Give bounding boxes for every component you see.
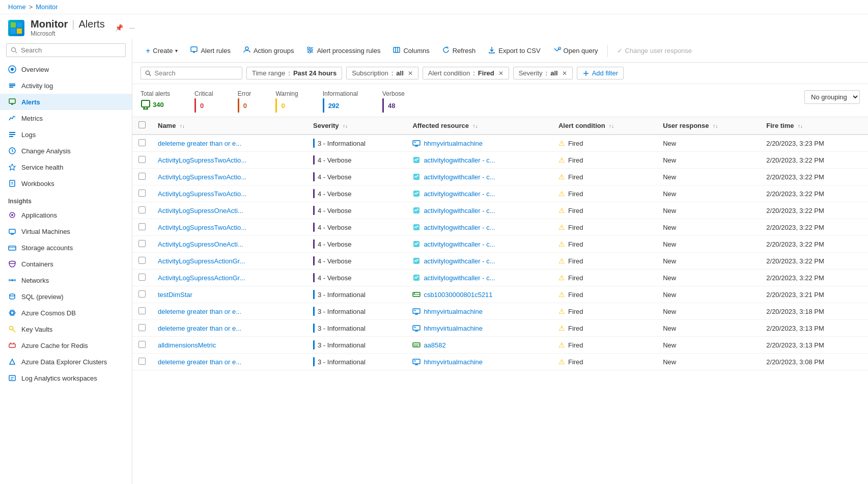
sidebar-nav-item-cosmos-db[interactable]: Azure Cosmos DB (0, 305, 132, 321)
row-checkbox-cell[interactable] (132, 135, 152, 152)
sidebar-nav-item-alerts[interactable]: Alerts (0, 94, 132, 110)
sidebar-nav-item-storage-accounts[interactable]: Storage accounts (0, 239, 132, 256)
refresh-button[interactable]: Refresh (437, 43, 481, 58)
resource-link[interactable]: activitylogwithcaller - c... (424, 173, 495, 181)
user-response-column-header[interactable]: User response ↑↓ (657, 117, 760, 135)
alert-condition-filter[interactable]: Alert condition : Fired ✕ (423, 67, 509, 79)
sidebar-nav-item-containers[interactable]: Containers (0, 256, 132, 272)
row-checkbox-cell[interactable] (132, 219, 152, 236)
alert-name-link[interactable]: ActivityLogSupressTwoActio... (158, 224, 246, 231)
alert-name-link[interactable]: ActivityLogSupressOneActi... (158, 207, 243, 214)
alert-name-link[interactable]: ActivityLogSupressTwoActio... (158, 190, 246, 198)
affected-resource-column-header[interactable]: Affected resource ↑↓ (406, 117, 552, 135)
alert-name-link[interactable]: ActivityLogSupressActionGr... (158, 274, 245, 282)
resource-link[interactable]: hhmyvirtualmachine (424, 308, 483, 315)
sidebar-nav-item-workbooks[interactable]: Workbooks (0, 175, 132, 192)
alert-name-link[interactable]: deleteme greater than or e... (158, 308, 241, 315)
add-filter-button[interactable]: Add filter (577, 67, 624, 79)
sidebar-nav-item-sql[interactable]: SQL (preview) (0, 288, 132, 305)
resource-link[interactable]: activitylogwithcaller - c... (424, 240, 495, 248)
name-column-header[interactable]: Name ↑↓ (152, 117, 307, 135)
resource-link[interactable]: activitylogwithcaller - c... (424, 156, 495, 164)
row-checkbox[interactable] (138, 206, 146, 213)
subscription-filter[interactable]: Subscription : all ✕ (346, 67, 418, 79)
row-checkbox[interactable] (138, 341, 146, 348)
sidebar-nav-item-log-analytics[interactable]: Log Analytics workspaces (0, 370, 132, 386)
row-checkbox-cell[interactable] (132, 169, 152, 185)
export-csv-button[interactable]: Export to CSV (483, 43, 545, 58)
row-checkbox-cell[interactable] (132, 286, 152, 303)
row-checkbox[interactable] (138, 223, 146, 230)
resource-link[interactable]: activitylogwithcaller - c... (424, 274, 495, 282)
alert-name-link[interactable]: alldimensionsMetric (158, 341, 216, 349)
action-groups-button[interactable]: Action groups (238, 43, 299, 58)
row-checkbox[interactable] (138, 324, 146, 331)
alert-condition-close-icon[interactable]: ✕ (498, 70, 503, 77)
row-checkbox-cell[interactable] (132, 236, 152, 253)
alert-name-link[interactable]: deleteme greater than or e... (158, 325, 241, 332)
row-checkbox-cell[interactable] (132, 354, 152, 370)
create-button[interactable]: + Create ▾ (141, 44, 183, 58)
row-checkbox-cell[interactable] (132, 337, 152, 354)
resource-link[interactable]: activitylogwithcaller - c... (424, 207, 495, 214)
sidebar-search-input[interactable] (6, 43, 126, 57)
sidebar-nav-item-service-health[interactable]: Service health (0, 159, 132, 175)
severity-column-header[interactable]: Severity ↑↓ (307, 117, 406, 135)
sidebar-nav-item-activity-log[interactable]: Activity log (0, 77, 132, 94)
row-checkbox[interactable] (138, 307, 146, 314)
affected-resource-sort-icon[interactable]: ↑↓ (473, 123, 478, 129)
pin-icon[interactable]: 📌 (115, 24, 123, 32)
row-checkbox[interactable] (138, 139, 146, 146)
row-checkbox-cell[interactable] (132, 270, 152, 286)
change-user-response-button[interactable]: ✓ Change user response (612, 44, 697, 57)
user-response-sort-icon[interactable]: ↑↓ (713, 123, 718, 129)
more-icon[interactable]: ··· (129, 24, 135, 32)
row-checkbox[interactable] (138, 274, 146, 281)
row-checkbox[interactable] (138, 240, 146, 247)
fire-time-sort-icon[interactable]: ↑↓ (798, 123, 803, 129)
resource-link[interactable]: csb10030000801c5211 (424, 291, 492, 299)
sidebar-nav-item-metrics[interactable]: Metrics (0, 110, 132, 126)
sidebar-nav-item-networks[interactable]: Networks (0, 272, 132, 288)
row-checkbox-cell[interactable] (132, 185, 152, 202)
alert-name-link[interactable]: deleteme greater than or e... (158, 358, 241, 366)
columns-button[interactable]: Columns (387, 43, 434, 58)
breadcrumb-monitor[interactable]: Monitor (36, 3, 58, 11)
select-all-checkbox[interactable] (138, 121, 146, 128)
fire-time-column-header[interactable]: Fire time ↑↓ (760, 117, 868, 135)
severity-filter[interactable]: Severity : all ✕ (513, 67, 573, 79)
sidebar-nav-item-applications[interactable]: Applications (0, 207, 132, 223)
resource-link[interactable]: hhmyvirtualmachine (424, 358, 483, 366)
row-checkbox-cell[interactable] (132, 253, 152, 270)
resource-link[interactable]: aa8582 (424, 341, 445, 349)
row-checkbox[interactable] (138, 290, 146, 298)
resource-link[interactable]: hhmyvirtualmachine (424, 140, 483, 147)
alert-name-link[interactable]: deleteme greater than or e... (158, 140, 241, 147)
grouping-select[interactable]: No grouping (804, 90, 860, 104)
alert-condition-column-header[interactable]: Alert condition ↑↓ (552, 117, 657, 135)
alert-condition-sort-icon[interactable]: ↑↓ (609, 123, 614, 129)
sidebar-nav-item-logs[interactable]: Logs (0, 126, 132, 143)
select-all-header[interactable] (132, 117, 152, 135)
subscription-close-icon[interactable]: ✕ (408, 70, 413, 77)
row-checkbox-cell[interactable] (132, 303, 152, 320)
sidebar-nav-item-virtual-machines[interactable]: Virtual Machines (0, 223, 132, 239)
severity-sort-icon[interactable]: ↑↓ (343, 123, 348, 129)
sidebar-nav-item-redis[interactable]: Azure Cache for Redis (0, 337, 132, 354)
resource-link[interactable]: hhmyvirtualmachine (424, 325, 483, 332)
alert-processing-rules-button[interactable]: Alert processing rules (301, 43, 385, 58)
open-query-button[interactable]: Open query (548, 43, 603, 58)
row-checkbox[interactable] (138, 257, 146, 264)
time-range-filter[interactable]: Time range : Past 24 hours (246, 67, 342, 79)
alert-name-link[interactable]: ActivityLogSupressOneActi... (158, 240, 243, 248)
resource-link[interactable]: activitylogwithcaller - c... (424, 224, 495, 231)
resource-link[interactable]: activitylogwithcaller - c... (424, 257, 495, 265)
alert-name-link[interactable]: ActivityLogSupressActionGr... (158, 257, 245, 265)
row-checkbox[interactable] (138, 358, 146, 365)
row-checkbox-cell[interactable] (132, 320, 152, 337)
resource-link[interactable]: activitylogwithcaller - c... (424, 190, 495, 198)
row-checkbox-cell[interactable] (132, 152, 152, 169)
sidebar-nav-item-data-explorer[interactable]: Azure Data Explorer Clusters (0, 354, 132, 370)
row-checkbox[interactable] (138, 156, 146, 163)
row-checkbox[interactable] (138, 190, 146, 197)
